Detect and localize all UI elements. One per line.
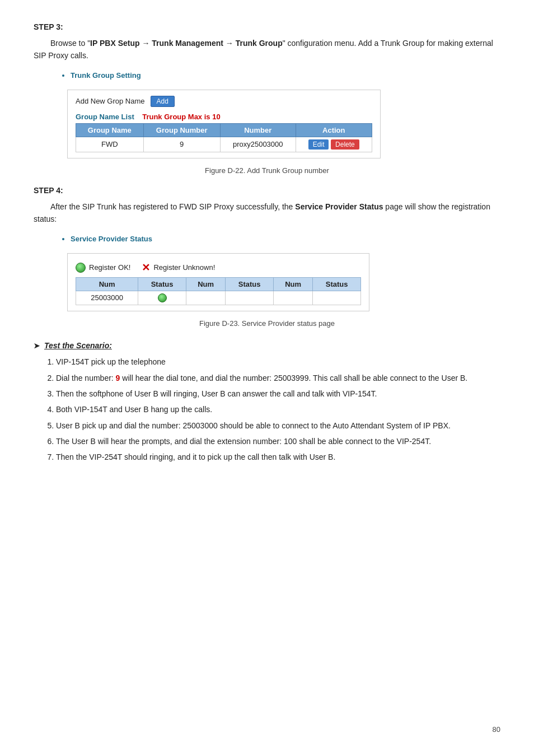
item2-highlight: 9 (116, 374, 120, 382)
step4-description: After the SIP Trunk has registered to FW… (34, 200, 500, 226)
register-unknown-icon: ✕ (142, 263, 150, 273)
add-row: Add New Grop Name Add (76, 96, 372, 107)
sp-col-status1: Status (138, 277, 186, 291)
sp-cell-status2 (226, 291, 274, 305)
trunk-max-label: Trunk Group Max is 10 (142, 113, 220, 121)
sp-col-num2: Num (186, 277, 225, 291)
sp-col-num3: Num (273, 277, 312, 291)
sp-table-row: 25003000 (76, 291, 361, 305)
register-ok-label: Register OK! (89, 263, 130, 272)
trunk-group-setting-box: Add New Grop Name Add Group Name List Tr… (67, 90, 381, 158)
cell-action: Edit Delete (296, 137, 372, 152)
legend-ok: Register OK! (76, 263, 130, 273)
add-label: Add New Grop Name (76, 97, 145, 105)
sp-cell-num3 (273, 291, 312, 305)
sp-cell-status3 (313, 291, 361, 305)
trunk-group-title: Trunk Group Setting (71, 71, 500, 80)
col-number: Number (220, 123, 296, 137)
sp-col-status2: Status (226, 277, 274, 291)
page-number: 80 (493, 725, 500, 734)
step3-nav-path: IP PBX Setup → Trunk Management → Trunk … (90, 39, 283, 48)
delete-button[interactable]: Delete (331, 139, 359, 150)
group-name-list-row: Group Name List Trunk Group Max is 10 (76, 113, 372, 121)
item7-text: Then the VIP-254T should ringing, and it… (56, 452, 335, 461)
sp-status-title: Service Provider Status (71, 235, 500, 243)
step4-heading: STEP 4: (34, 186, 500, 195)
list-item: VIP-154T pick up the telephone (56, 356, 500, 368)
list-item: Dial the number: 9 will hear the dial to… (56, 372, 500, 384)
sp-col-status3: Status (313, 277, 361, 291)
register-unknown-label: Register Unknown! (153, 263, 215, 272)
list-item: User B pick up and dial the number: 2500… (56, 419, 500, 432)
step3-description: Browse to "IP PBX Setup → Trunk Manageme… (34, 37, 500, 62)
cell-number: proxy25003000 (220, 137, 296, 152)
item6-text: The User B will hear the prompts, and di… (56, 437, 431, 446)
test-scenario-section: Test the Scenario: VIP-154T pick up the … (34, 341, 500, 464)
item1-text: VIP-154T pick up the telephone (56, 357, 166, 366)
trunk-table-row: FWD 9 proxy25003000 Edit Delete (76, 137, 372, 152)
figure-d22-caption: Figure D-22. Add Trunk Group number (34, 166, 500, 175)
col-group-name: Group Name (76, 123, 144, 137)
cell-group-number: 9 (143, 137, 220, 152)
add-button[interactable]: Add (151, 96, 175, 107)
trunk-table: Group Name Group Number Number Action FW… (76, 123, 372, 152)
test-scenario-heading: Test the Scenario: (34, 341, 500, 350)
edit-button[interactable]: Edit (308, 139, 329, 150)
sp-col-num1: Num (76, 277, 138, 291)
sp-status-highlight: Service Provider Status (295, 202, 383, 211)
sp-status-box: Register OK! ✕ Register Unknown! Num Sta… (67, 253, 369, 312)
item2-text: Dial the number: 9 will hear the dial to… (56, 374, 467, 382)
figure-d23-caption: Figure D-23. Service Provider status pag… (34, 319, 500, 328)
list-item: Then the VIP-254T should ringing, and it… (56, 451, 500, 463)
cell-group-name: FWD (76, 137, 144, 152)
scenario-list: VIP-154T pick up the telephone Dial the … (56, 356, 500, 464)
item3-text: Then the softphone of User B will ringin… (56, 389, 377, 398)
item4-text: Both VIP-154T and User B hang up the cal… (56, 405, 212, 414)
list-item: Both VIP-154T and User B hang up the cal… (56, 403, 500, 416)
col-action: Action (296, 123, 372, 137)
item5-text: User B pick up and dial the number: 2500… (56, 421, 451, 430)
sp-cell-num2 (186, 291, 225, 305)
sp-table: Num Status Num Status Num Status 2500300… (76, 277, 361, 306)
group-name-list-label: Group Name List (76, 113, 134, 121)
col-group-number: Group Number (143, 123, 220, 137)
step4-section: STEP 4: After the SIP Trunk has register… (34, 186, 500, 328)
sp-cell-num1: 25003000 (76, 291, 138, 305)
register-ok-icon (76, 263, 86, 273)
legend-unknown: ✕ Register Unknown! (142, 263, 215, 273)
status-ok-icon (158, 293, 167, 302)
sp-cell-status1 (138, 291, 186, 305)
test-scenario-label: Test the Scenario: (44, 341, 112, 350)
legend-row: Register OK! ✕ Register Unknown! (76, 263, 361, 273)
step3-section: STEP 3: Browse to "IP PBX Setup → Trunk … (34, 22, 500, 175)
list-item: The User B will hear the prompts, and di… (56, 435, 500, 447)
list-item: Then the softphone of User B will ringin… (56, 388, 500, 400)
step3-heading: STEP 3: (34, 22, 500, 31)
